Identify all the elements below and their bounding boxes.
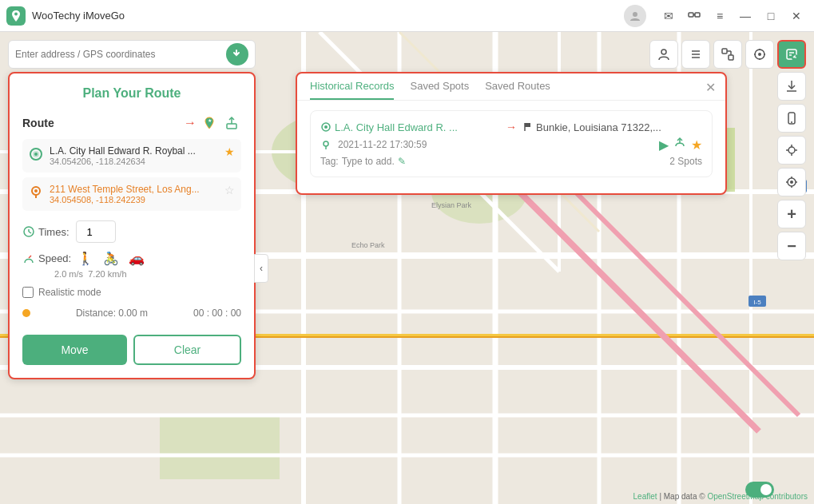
app-title: WooTechy iMoveGo bbox=[32, 10, 624, 22]
speed-icons: 🚶 🚴 🚗 bbox=[77, 251, 145, 266]
svg-point-91 bbox=[790, 181, 793, 184]
history-tabs: Historical Records Saved Spots Saved Rou… bbox=[297, 73, 725, 101]
car-speed-icon[interactable]: 🚗 bbox=[129, 251, 145, 266]
route-origin-text: L.A. City Hall Edward R. Roybal ... 34.0… bbox=[50, 145, 218, 166]
svg-point-0 bbox=[14, 12, 18, 15]
svg-rect-47 bbox=[729, 55, 733, 60]
distance-row: Distance: 0.00 m 00 : 00 : 00 bbox=[22, 308, 241, 325]
notification-button[interactable] bbox=[683, 5, 705, 27]
search-input[interactable] bbox=[15, 49, 223, 60]
history-close-button[interactable]: ✕ bbox=[705, 80, 716, 95]
realistic-mode-row: Realistic mode bbox=[22, 287, 241, 298]
speed-row: Speed: 🚶 🚴 🚗 2.0 m/s 7.20 km/h bbox=[22, 251, 241, 279]
map-icon-group bbox=[649, 40, 806, 69]
origin-coords: 34.054206, -118.242634 bbox=[50, 157, 218, 166]
record-dest-group: Bunkie, Louisiana 71322,... bbox=[522, 121, 702, 133]
map-person-icon-btn[interactable] bbox=[649, 40, 678, 69]
panel-title: Plan Your Route bbox=[22, 86, 241, 101]
walk-speed-icon[interactable]: 🚶 bbox=[77, 251, 93, 266]
realistic-mode-checkbox[interactable] bbox=[22, 287, 34, 298]
route-dest-item: 211 West Temple Street, Los Ang... 34.05… bbox=[22, 177, 241, 211]
mail-button[interactable]: ✉ bbox=[657, 5, 680, 27]
map-location-icon-btn[interactable] bbox=[745, 40, 774, 69]
history-record: L.A. City Hall Edward R. ... → Bunkie, L… bbox=[310, 110, 713, 177]
download-icon-btn[interactable] bbox=[777, 72, 806, 101]
record-map-pin-icon bbox=[320, 139, 332, 150]
svg-rect-2 bbox=[689, 13, 693, 17]
record-origin-location-icon bbox=[320, 121, 332, 133]
record-star-icon[interactable]: ★ bbox=[691, 137, 702, 153]
svg-rect-62 bbox=[227, 124, 236, 129]
leaflet-link[interactable]: Leaflet bbox=[633, 492, 657, 501]
times-input[interactable] bbox=[76, 220, 116, 243]
distance-dot bbox=[22, 309, 30, 317]
dest-star-icon[interactable]: ☆ bbox=[224, 184, 235, 196]
zoom-out-icon-btn[interactable]: − bbox=[777, 232, 806, 260]
times-row: Times: bbox=[22, 220, 241, 243]
route-icons: → ★ bbox=[184, 113, 241, 133]
record-tag-edit-icon[interactable]: ✎ bbox=[398, 156, 406, 167]
svg-text:I-5: I-5 bbox=[753, 299, 761, 306]
svg-rect-3 bbox=[695, 13, 700, 17]
zoom-in-icon-btn[interactable]: + bbox=[777, 200, 806, 228]
route-add-icon-btn[interactable]: ★ bbox=[200, 113, 219, 133]
compass-icon-btn[interactable] bbox=[777, 136, 806, 165]
mobile-icon-btn[interactable] bbox=[777, 104, 806, 133]
svg-text:★: ★ bbox=[208, 118, 212, 123]
left-panel: Plan Your Route Route → ★ bbox=[8, 72, 256, 379]
svg-point-84 bbox=[791, 121, 792, 123]
time-label: 00 : 00 : 00 bbox=[193, 308, 241, 319]
svg-point-68 bbox=[34, 189, 38, 192]
tab-saved-routes[interactable]: Saved Routes bbox=[485, 80, 550, 100]
record-play-icon[interactable]: ▶ bbox=[659, 137, 669, 153]
origin-star-icon[interactable]: ★ bbox=[224, 145, 235, 158]
history-content: L.A. City Hall Edward R. ... → Bunkie, L… bbox=[297, 101, 725, 193]
record-origin-text: L.A. City Hall Edward R. ... bbox=[335, 121, 458, 133]
dest-icon bbox=[29, 185, 43, 203]
search-bar bbox=[8, 40, 256, 69]
route-label: Route bbox=[22, 117, 54, 129]
minimize-button[interactable]: — bbox=[734, 5, 756, 27]
dest-coords: 34.054508, -118.242239 bbox=[50, 195, 218, 204]
record-details-row: 2021-11-22 17:30:59 ▶ ★ bbox=[320, 137, 702, 153]
record-dest-flag-icon bbox=[522, 121, 533, 133]
svg-point-89 bbox=[788, 147, 795, 153]
clear-button[interactable]: Clear bbox=[133, 335, 241, 365]
svg-text:Elysian Park: Elysian Park bbox=[431, 201, 472, 209]
svg-line-72 bbox=[29, 232, 31, 233]
menu-button[interactable]: ≡ bbox=[709, 5, 731, 27]
search-go-button[interactable] bbox=[226, 43, 248, 65]
bike-speed-icon[interactable]: 🚴 bbox=[103, 251, 119, 266]
collapse-panel-button[interactable]: ‹ bbox=[254, 254, 268, 283]
titlebar-controls: ✉ ≡ — □ ✕ bbox=[624, 5, 808, 27]
tab-saved-spots[interactable]: Saved Spots bbox=[410, 80, 469, 100]
map-attribution: Leaflet | Map data © OpenStreetMap contr… bbox=[633, 492, 808, 501]
toggle-button[interactable] bbox=[745, 482, 774, 498]
svg-point-66 bbox=[34, 153, 38, 156]
map-history-icon-btn[interactable] bbox=[777, 40, 806, 69]
maximize-button[interactable]: □ bbox=[760, 5, 782, 27]
svg-line-73 bbox=[29, 256, 31, 258]
route-origin-item: L.A. City Hall Edward R. Roybal ... 34.0… bbox=[22, 139, 241, 173]
move-button[interactable]: Move bbox=[22, 335, 127, 365]
dest-name: 211 West Temple Street, Los Ang... bbox=[50, 184, 218, 195]
map-route-icon-btn[interactable] bbox=[713, 40, 742, 69]
record-route-action-icon[interactable] bbox=[673, 137, 686, 153]
realistic-mode-label: Realistic mode bbox=[38, 287, 101, 298]
svg-point-1 bbox=[633, 12, 637, 17]
main-container: Echo Park Elysian Park Lincoln Heights R… bbox=[0, 32, 814, 504]
close-button[interactable]: ✕ bbox=[785, 5, 808, 27]
route-export-icon-btn[interactable] bbox=[222, 113, 241, 133]
tab-historical-records[interactable]: Historical Records bbox=[310, 80, 394, 100]
svg-rect-46 bbox=[722, 49, 727, 54]
record-origin-group: L.A. City Hall Edward R. ... bbox=[320, 121, 501, 133]
location-target-icon-btn[interactable] bbox=[777, 168, 806, 196]
record-dest-text: Bunkie, Louisiana 71322,... bbox=[536, 121, 661, 133]
avatar[interactable] bbox=[624, 5, 646, 27]
record-datetime: 2021-11-22 17:30:59 bbox=[338, 139, 427, 150]
route-arrow-icon: → bbox=[184, 116, 197, 130]
map-list-icon-btn[interactable] bbox=[681, 40, 710, 69]
svg-rect-76 bbox=[525, 123, 530, 127]
record-spots: 2 Spots bbox=[669, 156, 702, 167]
app-logo bbox=[6, 6, 26, 26]
